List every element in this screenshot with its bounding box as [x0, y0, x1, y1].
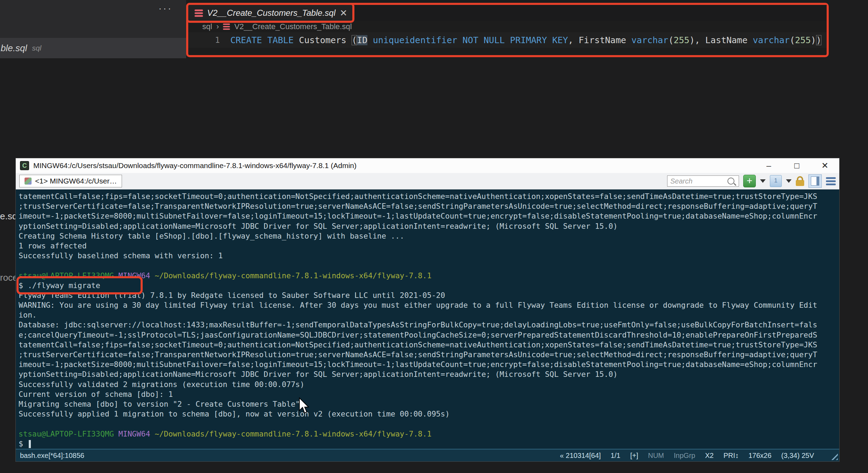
terminal-line: ;trustServerCertificate=false;Transparen… — [19, 350, 839, 360]
terminal-line: stsau@LAPTOP-LFI33QMG MINGW64 ~/Download… — [19, 271, 839, 281]
code-token: ) — [816, 35, 821, 45]
code-token: Customers — [294, 35, 352, 45]
lock-icon[interactable] — [796, 180, 804, 186]
terminal-line: Successfully applied 1 migration to sche… — [19, 409, 839, 419]
breadcrumb-file[interactable]: V2__Create_Customers_Table.sql — [234, 22, 352, 31]
terminal-line: tatementCall=false;fips=false;socketTime… — [19, 192, 839, 201]
code-token: varchar — [631, 35, 668, 45]
switch-window-button[interactable]: 1 — [770, 175, 782, 187]
background-text-fragment-top: e.sq — [0, 211, 17, 222]
code-token — [547, 35, 552, 45]
editor-tab-v2-create-customers[interactable]: V2__Create_Customers_Table.sql ✕ — [188, 5, 352, 21]
code-token: NOT — [462, 35, 478, 45]
code-token — [262, 35, 267, 45]
mouse-cursor — [299, 397, 311, 416]
statusbar-item[interactable]: PRI↕ — [724, 452, 739, 460]
terminal-toolbar: <1> MINGW64:/c/User… Search + 1 — [16, 173, 839, 189]
code-token: ) — [811, 35, 816, 45]
statusbar-process[interactable]: bash.exe[*64]:10856 — [20, 452, 84, 460]
terminal-line: stsau@LAPTOP-LFI33QMG MINGW64 ~/Download… — [19, 429, 839, 439]
search-icon — [727, 178, 734, 185]
statusbar-item[interactable]: 176x26 — [748, 452, 772, 460]
code-token: TABLE — [267, 35, 293, 45]
terminal-line: yptionSetting=Disabled;applicationName=M… — [19, 221, 839, 231]
terminal-line: Current version of schema [dbo]: 1 — [19, 389, 839, 399]
conemu-app-icon: C — [20, 161, 29, 170]
background-tab-fragment[interactable]: ble.sql sql — [0, 38, 186, 58]
statusbar-item[interactable]: X2 — [705, 452, 713, 460]
search-input[interactable]: Search — [667, 175, 739, 187]
editor-tab-label: V2__Create_Customers_Table.sql — [207, 8, 335, 18]
code-token: ( — [352, 35, 357, 45]
terminal-cursor — [29, 440, 31, 448]
panel-view-button[interactable] — [808, 174, 822, 188]
terminal-line: WARNING: You are using a 30 day limited … — [19, 300, 839, 310]
code-token: NULL — [484, 35, 505, 45]
terminal-line: $ ./flyway migrate — [19, 281, 839, 291]
code-token: ( — [790, 35, 795, 45]
editor-tabstrip: V2__Create_Customers_Table.sql ✕ — [188, 5, 827, 21]
resize-grip[interactable] — [829, 451, 838, 460]
code-token: , FirstName — [568, 35, 631, 45]
new-console-dropdown-icon[interactable] — [760, 179, 766, 183]
console-tab-label: <1> MINGW64:/c/User… — [35, 177, 117, 185]
console-tab-mingw64[interactable]: <1> MINGW64:/c/User… — [19, 175, 122, 187]
background-text-fragment-bottom: roce — [0, 272, 18, 283]
terminal-line: $ — [19, 439, 839, 449]
terminal-output[interactable]: tatementCall=false;fips=false;socketTime… — [16, 189, 839, 449]
window-controls: – □ ✕ — [764, 161, 830, 171]
close-button[interactable]: ✕ — [820, 161, 830, 171]
terminal-line: Successfully baselined schema with versi… — [19, 251, 839, 261]
statusbar-item[interactable]: « 210314[64] — [560, 452, 601, 460]
breadcrumb: sql › V2__Create_Customers_Table.sql — [188, 21, 827, 32]
terminal-line: Database: jdbc:sqlserver://localhost:143… — [19, 320, 839, 330]
terminal-line — [19, 261, 839, 271]
terminal-statusbar: bash.exe[*64]:10856 « 210314[64]1/1[+]NU… — [16, 449, 839, 461]
chevron-right-icon: › — [216, 22, 219, 31]
breadcrumb-root[interactable]: sql — [202, 22, 212, 31]
tab-close-icon[interactable]: ✕ — [340, 8, 347, 18]
code-token: ( — [668, 35, 673, 45]
terminal-line: Migrating schema [dbo] to version "2 - C… — [19, 399, 839, 409]
code-token: 255 — [673, 35, 689, 45]
mintty-icon — [25, 178, 32, 185]
editor-code-area[interactable]: 1 CREATE TABLE Customers (ID uniqueident… — [188, 32, 827, 48]
background-tab-fragment-ext: sql — [32, 44, 41, 52]
code-token: CREATE — [230, 35, 262, 45]
statusbar-item[interactable]: InpGrp — [674, 452, 695, 460]
sql-editor-panel: V2__Create_Customers_Table.sql ✕ sql › V… — [186, 3, 829, 57]
terminal-window: C MINGW64:/c/Users/stsau/Downloads/flywa… — [15, 158, 840, 462]
database-file-icon — [223, 24, 230, 30]
new-console-button[interactable]: + — [743, 175, 756, 187]
menu-hamburger-icon[interactable] — [826, 176, 836, 187]
terminal-line: tatementCall=false;fips=false;socketTime… — [19, 340, 839, 350]
database-file-icon — [195, 9, 203, 17]
statusbar-items: « 210314[64]1/1[+]NUMInpGrpX2PRI↕176x26(… — [560, 452, 814, 460]
statusbar-item[interactable]: [+] — [630, 452, 638, 460]
statusbar-item[interactable]: (3,34) 25V — [781, 452, 814, 460]
editor-actions-ellipsis-icon[interactable]: ··· — [158, 3, 172, 14]
terminal-line: e;cancelQueryTimeout=-1;sslProtocol=TLS;… — [19, 330, 839, 340]
code-token — [367, 35, 373, 45]
terminal-line: imeout=-1;packetSize=8000;multiSubnetFai… — [19, 211, 839, 221]
terminal-line: ;trustServerCertificate=false;Transparen… — [19, 201, 839, 211]
terminal-titlebar[interactable]: C MINGW64:/c/Users/stsau/Downloads/flywa… — [16, 158, 839, 173]
screen: ··· ble.sql sql e.sq roce V2__Create_Cus… — [0, 0, 868, 473]
maximize-button[interactable]: □ — [792, 161, 802, 171]
line-number: 1 — [188, 35, 230, 45]
statusbar-item[interactable]: 1/1 — [611, 452, 621, 460]
switch-window-dropdown-icon[interactable] — [786, 179, 792, 183]
minimize-button[interactable]: – — [764, 161, 774, 171]
code-token: ), LastName — [690, 35, 753, 45]
code-token: ID — [357, 35, 367, 45]
code-token — [457, 35, 462, 45]
terminal-line: Successfully validated 2 migrations (exe… — [19, 380, 839, 389]
toolbar-right-controls: Search + 1 — [667, 174, 836, 188]
terminal-title: MINGW64:/c/Users/stsau/Downloads/flyway-… — [33, 161, 759, 170]
terminal-line — [19, 419, 839, 429]
code-token — [505, 35, 510, 45]
code-line-tokens: CREATE TABLE Customers (ID uniqueidentif… — [230, 35, 821, 45]
search-placeholder: Search — [670, 177, 727, 185]
terminal-line: ion. — [19, 310, 839, 320]
statusbar-item[interactable]: NUM — [648, 452, 664, 460]
